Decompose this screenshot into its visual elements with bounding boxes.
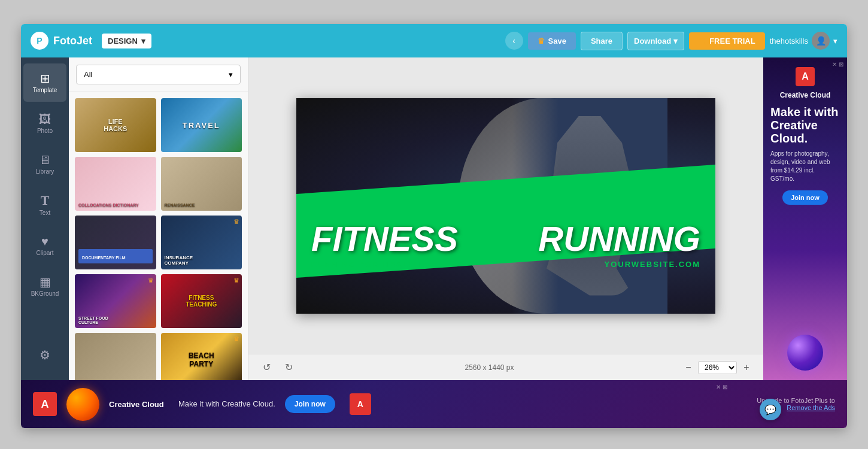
template-thumb-label: STREET FOODCULTURE bbox=[78, 316, 153, 324]
canvas-wrapper: FITNESS RUNNING FOR HEALTH RUNNING YOURW… bbox=[248, 57, 763, 354]
sidebar-item-text-label: Text bbox=[40, 210, 50, 216]
download-button[interactable]: Download ▾ bbox=[627, 32, 684, 50]
design-label: DESIGN bbox=[108, 37, 138, 45]
template-thumb-label: FITNESSTEACHING bbox=[186, 295, 217, 308]
save-button[interactable]: ♛ Save bbox=[528, 32, 576, 50]
bottom-adobe-letter: A bbox=[41, 398, 49, 411]
template-thumb[interactable]: ♛ BEACHPARTY bbox=[161, 333, 242, 380]
premium-crown-icon: ♛ bbox=[233, 277, 239, 284]
right-ad-brand: Creative Cloud bbox=[780, 91, 831, 101]
canvas-size-info: 2560 x 1440 px bbox=[465, 363, 514, 372]
undo-button[interactable]: ↺ bbox=[258, 359, 275, 375]
template-thumb-label: Collocations Dictionary bbox=[78, 203, 153, 207]
download-arrow-icon: ▾ bbox=[673, 37, 678, 45]
user-area[interactable]: thehotskills 👤 ▾ bbox=[770, 32, 837, 50]
canvas-left-section: FITNESS RUNNING FOR HEALTH bbox=[311, 222, 458, 269]
filter-arrow-icon: ▾ bbox=[229, 70, 233, 79]
website-text: YOURWEBSITE.COM bbox=[538, 260, 700, 269]
right-ad-headline: Make it with Creative Cloud. bbox=[770, 105, 840, 145]
settings-icon: ⚙ bbox=[40, 349, 50, 361]
template-thumb[interactable] bbox=[75, 333, 156, 380]
template-thumb[interactable]: ♛ FITNESSTEACHING bbox=[161, 274, 242, 328]
avatar: 👤 bbox=[812, 32, 830, 50]
running-heading: RUNNING bbox=[538, 222, 700, 256]
sidebar-item-library[interactable]: 🖥 Library bbox=[23, 145, 66, 183]
logo-icon: P bbox=[31, 32, 48, 50]
bottom-ad-cta[interactable]: Join now bbox=[285, 395, 335, 413]
logo-text: FotoJet bbox=[53, 35, 92, 47]
photo-icon: 🖼 bbox=[39, 113, 51, 125]
right-ad: ✕ ⊠ A Creative Cloud Make it with Creati… bbox=[763, 57, 847, 380]
design-dropdown[interactable]: DESIGN ▾ bbox=[102, 34, 151, 48]
sidebar-item-bkground[interactable]: ▦ BKGround bbox=[23, 267, 66, 305]
canvas-area: FITNESS RUNNING FOR HEALTH RUNNING YOURW… bbox=[248, 57, 763, 380]
template-thumb[interactable]: ♛ InsuranceCompany bbox=[161, 216, 242, 269]
library-icon: 🖥 bbox=[39, 154, 51, 166]
free-trial-label: FREE TRIAL bbox=[709, 37, 755, 45]
save-label: Save bbox=[548, 37, 566, 45]
templates-panel: All ▾ LifeHacks TRAVEL Collocation bbox=[69, 57, 248, 380]
zoom-select[interactable]: 26% 50% 75% 100% bbox=[698, 361, 737, 374]
user-dropdown-icon: ▾ bbox=[833, 37, 837, 45]
template-thumb[interactable]: Collocations Dictionary bbox=[75, 157, 156, 211]
crown-free-trial-icon: ♛ bbox=[699, 37, 706, 45]
template-thumb-label: InsuranceCompany bbox=[165, 255, 239, 266]
crown-icon: ♛ bbox=[538, 37, 545, 45]
sidebar-item-settings[interactable]: ⚙ bbox=[23, 336, 66, 374]
header-nav: ‹ ♛ Save Share Download ▾ ♛ FREE TRIAL bbox=[505, 32, 838, 50]
bottom-ad-text: Make it with Creative Cloud. bbox=[178, 399, 275, 409]
right-ad-cta[interactable]: Join now bbox=[782, 190, 828, 205]
template-thumb[interactable]: ♛ STREET FOODCULTURE bbox=[75, 274, 156, 328]
bottom-ad: ✕ ⊠ A Creative Cloud Make it with Creati… bbox=[21, 380, 847, 428]
remove-ads-link[interactable]: Remove the Ads bbox=[787, 404, 835, 411]
template-thumb-label: DOCUMENTARY FILM bbox=[82, 256, 126, 260]
text-icon: T bbox=[41, 194, 50, 207]
bottom-ad-close[interactable]: ✕ ⊠ bbox=[716, 384, 727, 390]
premium-crown-icon: ♛ bbox=[233, 218, 239, 226]
sidebar-item-bkground-label: BKGround bbox=[31, 290, 59, 297]
bkground-icon: ▦ bbox=[40, 276, 51, 288]
fitness-heading: FITNESS bbox=[311, 222, 458, 256]
right-ad-body: Apps for photography, design, video and … bbox=[770, 150, 840, 183]
back-button[interactable]: ‹ bbox=[505, 32, 523, 50]
premium-crown-icon: ♛ bbox=[233, 335, 239, 343]
adobe-letter: A bbox=[802, 71, 809, 82]
sidebar-item-template[interactable]: ⊞ Template bbox=[23, 63, 66, 102]
filter-dropdown[interactable]: All ▾ bbox=[76, 65, 241, 84]
sidebar-item-clipart-label: Clipart bbox=[37, 250, 54, 256]
clipart-icon: ♥ bbox=[41, 235, 48, 247]
template-icon: ⊞ bbox=[40, 72, 50, 84]
template-thumb[interactable]: RENAISSANCE bbox=[161, 157, 242, 211]
canvas-toolbar: ↺ ↻ 2560 x 1440 px − 26% 50% 75% 100% bbox=[248, 354, 763, 380]
share-label: Share bbox=[591, 37, 612, 45]
header: P FotoJet DESIGN ▾ ‹ ♛ Save Share bbox=[21, 24, 847, 57]
template-thumb[interactable]: DOCUMENTARY FILM bbox=[75, 216, 156, 269]
logo-area: P FotoJet bbox=[31, 32, 92, 50]
canvas-right-section: RUNNING YOURWEBSITE.COM bbox=[538, 222, 700, 269]
sidebar-item-photo[interactable]: 🖼 Photo bbox=[23, 104, 66, 142]
zoom-out-button[interactable]: − bbox=[681, 360, 696, 375]
zoom-controls: − 26% 50% 75% 100% + bbox=[681, 360, 754, 375]
template-thumb[interactable]: TRAVEL bbox=[161, 98, 242, 152]
sidebar-item-clipart[interactable]: ♥ Clipart bbox=[23, 226, 66, 265]
redo-button[interactable]: ↻ bbox=[280, 359, 298, 375]
template-thumb-label: RENAISSANCE bbox=[165, 203, 239, 207]
templates-grid: LifeHacks TRAVEL Collocations Dictionary… bbox=[69, 92, 248, 380]
sidebar-item-photo-label: Photo bbox=[37, 128, 53, 134]
share-button[interactable]: Share bbox=[581, 32, 623, 50]
filter-label: All bbox=[84, 70, 92, 79]
zoom-in-button[interactable]: + bbox=[739, 360, 754, 375]
bottom-ad-adobe-badge: A bbox=[350, 393, 371, 415]
bottom-ad-brand: Creative Cloud bbox=[109, 400, 169, 409]
username-label: thehotskills bbox=[770, 37, 808, 45]
free-trial-button[interactable]: ♛ FREE TRIAL bbox=[689, 32, 765, 50]
sidebar-item-text[interactable]: T Text bbox=[23, 186, 66, 224]
right-ad-close[interactable]: ✕ ⊠ bbox=[832, 61, 843, 68]
right-ad-adobe-logo: A bbox=[796, 67, 815, 86]
template-thumb-label: LifeHacks bbox=[104, 118, 127, 132]
right-ad-orb bbox=[787, 335, 823, 371]
template-thumb[interactable]: LifeHacks bbox=[75, 98, 156, 152]
logo-letter: P bbox=[37, 36, 42, 45]
design-canvas[interactable]: FITNESS RUNNING FOR HEALTH RUNNING YOURW… bbox=[296, 98, 715, 314]
panel-filter: All ▾ bbox=[69, 57, 248, 92]
